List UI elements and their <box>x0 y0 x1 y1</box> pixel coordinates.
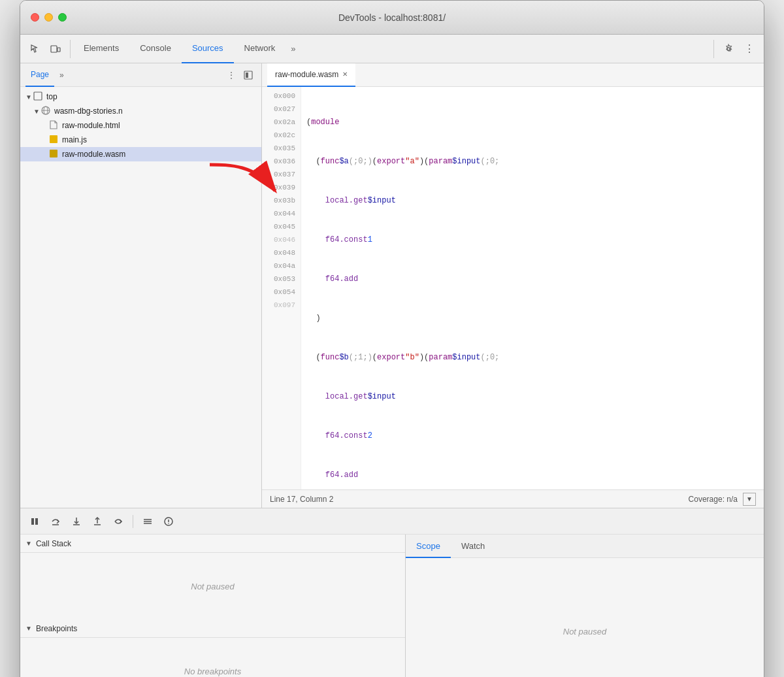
coverage-dropdown[interactable]: ▼ <box>743 493 756 506</box>
editor-tab-wasm[interactable]: raw-module.wasm ✕ <box>267 63 355 87</box>
toolbar-icons <box>25 40 71 58</box>
more-options-icon[interactable]: ⋮ <box>740 40 759 58</box>
file-tree: ▼ top ▼ wasm-dbg-stories.n <box>20 87 261 508</box>
top-toolbar: Elements Console Sources Network » ⋮ <box>20 35 764 63</box>
tab-more[interactable]: » <box>286 44 301 54</box>
scope-not-paused: Not paused <box>563 627 607 636</box>
tab-watch[interactable]: Watch <box>451 535 495 558</box>
line-numbers: 0x000 0x027 0x02a 0x02c 0x035 0x036 0x03… <box>262 87 301 489</box>
minimize-button[interactable] <box>44 13 53 22</box>
svg-rect-1 <box>57 48 60 52</box>
step-out-button[interactable] <box>88 512 106 531</box>
tab-console[interactable]: Console <box>129 35 182 63</box>
status-right: Coverage: n/a ▼ <box>689 493 756 506</box>
tree-item-wasm[interactable]: raw-module.wasm <box>20 147 261 161</box>
main-content: Page » ⋮ ▼ <box>20 63 764 508</box>
bottom-tabs: Scope Watch <box>406 535 764 558</box>
panel-header-right: ⋮ <box>223 67 256 83</box>
left-panel: Page » ⋮ ▼ <box>20 63 262 508</box>
tab-network[interactable]: Network <box>234 35 286 63</box>
breakpoints-content: No breakpoints <box>20 638 405 677</box>
coverage-label: Coverage: n/a <box>689 495 738 504</box>
traffic-lights <box>31 13 67 22</box>
bottom-sections: ▼ Call Stack Not paused ▼ Breakpoints No… <box>20 535 764 677</box>
nav-tabs: Elements Console Sources Network » <box>73 35 713 63</box>
settings-icon[interactable] <box>719 40 738 58</box>
code-content: (module (func $a (;0;) (export "a") (par… <box>301 87 764 489</box>
call-stack-not-paused: Not paused <box>191 582 235 591</box>
call-stack-header[interactable]: ▼ Call Stack <box>20 535 405 553</box>
svg-rect-9 <box>50 135 57 143</box>
step-over-button[interactable] <box>46 512 65 531</box>
debug-separator <box>133 515 133 528</box>
window-title: DevTools - localhost:8081/ <box>338 12 446 23</box>
debug-toolbar <box>20 508 764 535</box>
bottom-right: Scope Watch Not paused <box>406 535 764 677</box>
inspect-icon[interactable] <box>25 40 44 58</box>
toolbar-right: ⋮ <box>713 40 759 58</box>
panel-more-icon[interactable]: ⋮ <box>223 67 239 83</box>
tree-item-html[interactable]: raw-module.html <box>20 118 261 133</box>
svg-rect-0 <box>51 46 57 52</box>
pause-button[interactable] <box>25 512 44 531</box>
device-toggle-icon[interactable] <box>46 40 65 58</box>
tab-scope[interactable]: Scope <box>406 535 451 558</box>
svg-rect-12 <box>35 518 38 525</box>
close-button[interactable] <box>31 13 39 22</box>
call-stack-content: Not paused <box>20 553 405 619</box>
svg-rect-4 <box>246 73 248 78</box>
svg-point-23 <box>168 523 169 524</box>
editor-tabs: raw-module.wasm ✕ <box>262 63 764 87</box>
right-panel: raw-module.wasm ✕ 0x000 0x027 0x02a 0x02… <box>262 63 764 508</box>
devtools-window: DevTools - localhost:8081/ Elements Cons… <box>20 0 764 677</box>
panel-header: Page » ⋮ <box>20 63 261 87</box>
bottom-left: ▼ Call Stack Not paused ▼ Breakpoints No… <box>20 535 406 677</box>
tree-item-top[interactable]: ▼ top <box>20 90 261 104</box>
title-bar: DevTools - localhost:8081/ <box>20 1 764 35</box>
tab-sources[interactable]: Sources <box>182 35 234 63</box>
breakpoints-header[interactable]: ▼ Breakpoints <box>20 619 405 638</box>
step-into-button[interactable] <box>67 512 86 531</box>
pause-on-exception-button[interactable] <box>159 512 178 531</box>
svg-rect-11 <box>31 518 34 525</box>
tree-item-domain[interactable]: ▼ wasm-dbg-stories.n <box>20 104 261 118</box>
bottom-panel: ▼ Call Stack Not paused ▼ Breakpoints No… <box>20 508 764 677</box>
scope-content: Not paused <box>406 558 764 677</box>
editor-tab-close[interactable]: ✕ <box>342 71 348 78</box>
tree-item-js[interactable]: main.js <box>20 133 261 147</box>
cursor-position: Line 17, Column 2 <box>270 495 333 504</box>
tab-elements[interactable]: Elements <box>73 35 129 63</box>
panel-tab-page[interactable]: Page <box>25 63 54 87</box>
step-next-button[interactable] <box>109 512 127 531</box>
svg-rect-10 <box>50 150 57 157</box>
maximize-button[interactable] <box>58 13 67 22</box>
status-bar: Line 17, Column 2 Coverage: n/a ▼ <box>262 489 764 508</box>
panel-sync-icon[interactable] <box>240 67 256 83</box>
deactivate-breakpoints-button[interactable] <box>139 512 157 531</box>
panel-tab-more[interactable]: » <box>57 71 67 80</box>
code-area[interactable]: 0x000 0x027 0x02a 0x02c 0x035 0x036 0x03… <box>262 87 764 489</box>
no-breakpoints-text: No breakpoints <box>184 667 241 676</box>
svg-rect-5 <box>34 92 42 100</box>
